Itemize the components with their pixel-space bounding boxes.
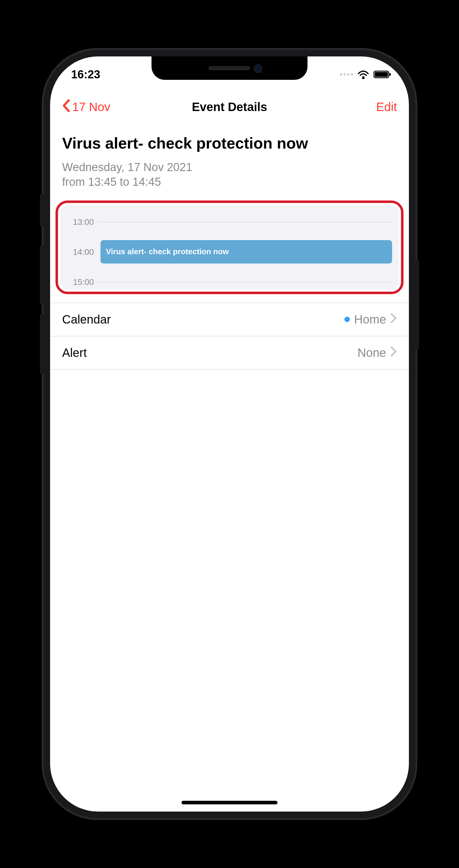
back-label: 17 Nov <box>72 100 110 114</box>
timeline-highlight-annotation: 13:00 14:00 15:00 Virus alert- chec <box>56 200 403 294</box>
row-label: Alert <box>62 346 87 360</box>
back-button[interactable]: 17 Nov <box>62 99 110 115</box>
status-right-icons <box>340 70 392 79</box>
power-button <box>416 260 419 350</box>
svg-rect-3 <box>389 73 391 75</box>
alert-row[interactable]: Alert None <box>50 337 409 370</box>
hour-row: 15:00 <box>67 277 392 287</box>
hour-gridline <box>98 282 392 282</box>
calendar-row[interactable]: Calendar Home <box>50 303 409 337</box>
speaker-grille <box>208 66 251 70</box>
svg-point-0 <box>362 76 364 79</box>
chevron-right-icon <box>390 346 397 360</box>
home-indicator[interactable] <box>182 801 277 804</box>
chevron-left-icon <box>62 99 70 115</box>
event-block-label: Virus alert- check protection now <box>106 247 229 256</box>
wifi-icon <box>357 70 369 79</box>
svg-rect-2 <box>375 72 388 77</box>
phone-device-frame: 16:23 <box>43 50 416 818</box>
row-value: None <box>357 346 386 360</box>
hour-label: 13:00 <box>67 217 94 227</box>
event-title: Virus alert- check protection now <box>62 134 397 152</box>
hour-row: 13:00 <box>67 217 392 227</box>
phone-screen: 16:23 <box>50 56 409 812</box>
content-area: Virus alert- check protection now Wednes… <box>50 125 409 812</box>
hour-gridline <box>98 222 392 222</box>
navigation-bar: 17 Nov Event Details Edit <box>50 92 409 121</box>
row-label: Calendar <box>62 313 111 326</box>
event-time-range: from 13:45 to 14:45 <box>62 176 397 188</box>
volume-down-button <box>40 314 43 374</box>
battery-icon <box>373 70 392 79</box>
front-camera <box>254 64 262 73</box>
event-date: Wednesday, 17 Nov 2021 <box>62 161 397 174</box>
event-block[interactable]: Virus alert- check protection now <box>100 240 392 264</box>
mute-switch <box>40 194 43 227</box>
row-value: Home <box>354 313 386 326</box>
edit-button[interactable]: Edit <box>376 100 397 114</box>
hour-label: 15:00 <box>67 277 94 287</box>
notch <box>152 56 307 80</box>
cellular-dots-icon <box>340 73 353 75</box>
timeline-panel[interactable]: 13:00 14:00 15:00 Virus alert- chec <box>60 205 399 289</box>
settings-list: Calendar Home Alert None <box>50 303 409 370</box>
calendar-color-dot-icon <box>345 317 350 322</box>
chevron-right-icon <box>390 313 397 326</box>
status-time: 16:23 <box>71 68 100 81</box>
volume-up-button <box>40 245 43 305</box>
hour-label: 14:00 <box>67 247 94 257</box>
